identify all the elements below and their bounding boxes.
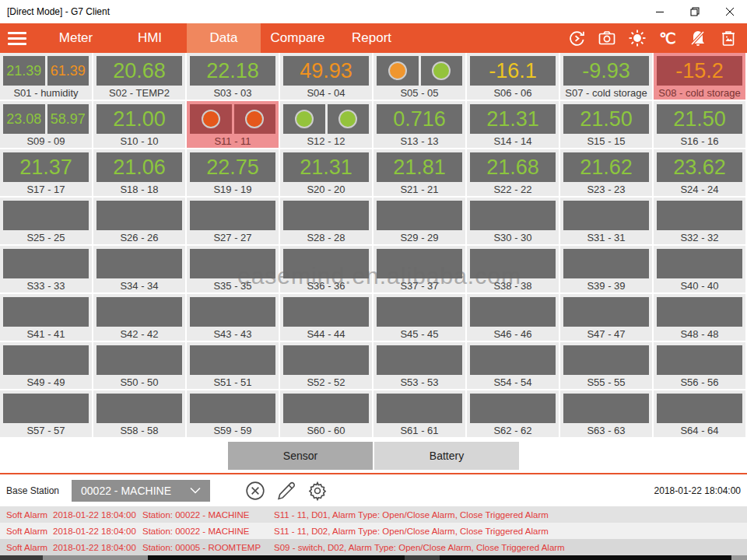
sensor-tile-s38[interactable]: S38 - 38 <box>467 246 560 294</box>
sensor-tile-s51[interactable]: S51 - 51 <box>187 342 280 390</box>
sensor-tile-s08[interactable]: -15.2S08 - cold storage <box>654 53 747 101</box>
sensor-tile-s15[interactable]: 21.50S15 - 15 <box>560 101 654 149</box>
sensor-tile-s52[interactable]: S52 - 52 <box>280 342 374 390</box>
brightness-icon[interactable] <box>628 29 647 47</box>
sensor-tile-s22[interactable]: 21.68S22 - 22 <box>467 149 560 198</box>
mute-bell-icon[interactable] <box>689 29 707 47</box>
sensor-tile-s41[interactable]: S41 - 41 <box>0 294 93 342</box>
edit-button[interactable] <box>275 480 297 502</box>
sensor-tile-s31[interactable]: S31 - 31 <box>560 198 654 246</box>
sensor-tile-s29[interactable]: S29 - 29 <box>374 198 467 246</box>
value-box <box>190 345 275 375</box>
sensor-tile-s62[interactable]: S62 - 62 <box>467 390 560 439</box>
tab-compare[interactable]: Compare <box>261 23 335 53</box>
settings-button[interactable] <box>307 480 328 502</box>
value-box-group <box>280 198 372 230</box>
sensor-tab-button[interactable]: Sensor <box>228 442 373 470</box>
value-box: 21.37 <box>3 152 89 182</box>
sensor-label: S11 - 11 <box>187 135 279 147</box>
sensor-tile-s28[interactable]: S28 - 28 <box>280 198 374 246</box>
minimize-icon <box>655 7 665 16</box>
sensor-tile-s34[interactable]: S34 - 34 <box>93 246 187 294</box>
sensor-tile-s09[interactable]: 23.0858.97S09 - 09 <box>0 101 93 149</box>
celsius-icon[interactable]: ℃ <box>658 29 677 47</box>
sensor-tile-s44[interactable]: S44 - 44 <box>280 294 374 342</box>
close-icon <box>725 7 735 16</box>
sensor-tile-s13[interactable]: 0.716S13 - 13 <box>374 101 467 149</box>
sensor-tile-s40[interactable]: S40 - 40 <box>654 246 747 294</box>
sensor-tile-s18[interactable]: 21.06S18 - 18 <box>93 149 187 198</box>
camera-icon[interactable] <box>598 29 616 47</box>
sensor-tile-s46[interactable]: S46 - 46 <box>467 294 560 342</box>
sensor-tile-s55[interactable]: S55 - 55 <box>560 342 654 390</box>
sensor-tile-s20[interactable]: 21.31S20 - 20 <box>280 149 374 198</box>
image-trash-icon[interactable] <box>719 29 738 47</box>
close-button[interactable] <box>712 0 747 23</box>
tab-report[interactable]: Report <box>335 23 409 53</box>
sensor-tile-s61[interactable]: S61 - 61 <box>374 390 467 439</box>
sensor-label: S51 - 51 <box>187 376 279 388</box>
sensor-value: 49.93 <box>300 59 352 83</box>
sensor-tile-s05[interactable]: S05 - 05 <box>374 53 467 101</box>
circle-x-button[interactable] <box>244 480 266 502</box>
sensor-tile-s54[interactable]: S54 - 54 <box>467 342 560 390</box>
sensor-tile-s37[interactable]: S37 - 37 <box>374 246 467 294</box>
tab-meter[interactable]: Meter <box>39 23 113 53</box>
sensor-tile-s11[interactable]: S11 - 11 <box>187 101 280 149</box>
sensor-tile-s60[interactable]: S60 - 60 <box>280 390 374 439</box>
sensor-tile-s12[interactable]: S12 - 12 <box>280 101 374 149</box>
sensor-tile-s42[interactable]: S42 - 42 <box>93 294 187 342</box>
sensor-tile-s26[interactable]: S26 - 26 <box>93 198 187 246</box>
sensor-tile-s04[interactable]: 49.93S04 - 04 <box>280 53 374 101</box>
sensor-tile-s45[interactable]: S45 - 45 <box>374 294 467 342</box>
sensor-tile-s10[interactable]: 21.00S10 - 10 <box>93 101 187 149</box>
gear-icon <box>307 481 328 501</box>
value-box <box>283 201 369 230</box>
tab-hmi[interactable]: HMI <box>113 23 187 53</box>
sensor-tile-s25[interactable]: S25 - 25 <box>0 198 93 246</box>
sensor-tile-s64[interactable]: S64 - 64 <box>654 390 747 439</box>
sensor-tile-s43[interactable]: S43 - 43 <box>187 294 280 342</box>
battery-tab-button[interactable]: Battery <box>374 442 519 470</box>
sensor-tile-s39[interactable]: S39 - 39 <box>560 246 654 294</box>
sensor-tile-s03[interactable]: 22.18S03 - 03 <box>187 53 280 101</box>
sensor-tile-s47[interactable]: S47 - 47 <box>560 294 654 342</box>
sensor-tile-s16[interactable]: 21.50S16 - 16 <box>654 101 747 149</box>
value-box <box>3 345 89 375</box>
restore-button[interactable] <box>677 0 712 23</box>
alarm-log-row[interactable]: Soft Alarm2018-01-22 18:04:00Station: 00… <box>0 506 747 523</box>
sensor-tile-s07[interactable]: -9.93S07 - cold storage <box>560 53 654 101</box>
sensor-tile-s17[interactable]: 21.37S17 - 17 <box>0 149 93 198</box>
sensor-tile-s48[interactable]: S48 - 48 <box>654 294 747 342</box>
value-box <box>377 201 462 230</box>
alarm-log-row[interactable]: Soft Alarm2018-01-22 18:04:00Station: 00… <box>0 523 747 539</box>
alarm-log-row[interactable]: Soft Alarm2018-01-22 18:04:00Station: 00… <box>0 539 747 555</box>
sensor-tile-s63[interactable]: S63 - 63 <box>560 390 654 439</box>
sensor-tile-s57[interactable]: S57 - 57 <box>0 390 93 439</box>
sensor-tile-s49[interactable]: S49 - 49 <box>0 342 93 390</box>
sync-icon[interactable] <box>567 29 586 47</box>
sensor-tile-s32[interactable]: S32 - 32 <box>654 198 747 246</box>
menu-icon[interactable] <box>0 23 39 53</box>
sensor-tile-s24[interactable]: 23.62S24 - 24 <box>654 149 747 198</box>
base-station-dropdown[interactable]: 00022 - MACHINE <box>72 480 210 502</box>
sensor-tile-s35[interactable]: S35 - 35 <box>187 246 280 294</box>
sensor-tile-s58[interactable]: S58 - 58 <box>93 390 187 439</box>
sensor-tile-s59[interactable]: S59 - 59 <box>187 390 280 439</box>
sensor-tile-s19[interactable]: 22.75S19 - 19 <box>187 149 280 198</box>
sensor-tile-s02[interactable]: 20.68S02 - TEMP2 <box>93 53 187 101</box>
sensor-tile-s27[interactable]: S27 - 27 <box>187 198 280 246</box>
sensor-tile-s21[interactable]: 21.81S21 - 21 <box>374 149 467 198</box>
sensor-tile-s56[interactable]: S56 - 56 <box>654 342 747 390</box>
sensor-tile-s06[interactable]: -16.1S06 - 06 <box>467 53 560 101</box>
tab-data[interactable]: Data <box>187 23 261 53</box>
sensor-tile-s23[interactable]: 21.62S23 - 23 <box>560 149 654 198</box>
sensor-tile-s50[interactable]: S50 - 50 <box>93 342 187 390</box>
sensor-tile-s14[interactable]: 21.31S14 - 14 <box>467 101 560 149</box>
sensor-tile-s36[interactable]: S36 - 36 <box>280 246 374 294</box>
minimize-button[interactable] <box>642 0 677 23</box>
sensor-tile-s53[interactable]: S53 - 53 <box>374 342 467 390</box>
sensor-tile-s01[interactable]: 21.3961.39S01 - humidity <box>0 53 93 101</box>
sensor-tile-s30[interactable]: S30 - 30 <box>467 198 560 246</box>
sensor-tile-s33[interactable]: S33 - 33 <box>0 246 93 294</box>
